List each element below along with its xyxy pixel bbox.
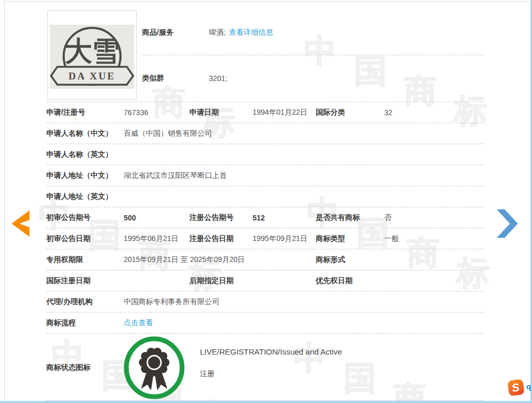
status-text-en: LIVE/REGISTRATION/Issued and Active — [200, 347, 342, 356]
page-border-left — [4, 1, 5, 400]
field-value: 1994年01月22日 — [253, 108, 316, 117]
field-label: 商标类型 — [316, 234, 384, 244]
table-row: 申请人名称（英文） — [46, 144, 484, 165]
prev-arrow-button[interactable] — [12, 210, 29, 237]
status-text-cn: 注册 — [200, 369, 215, 379]
trademark-latin-text: DA XUE — [68, 70, 115, 82]
field-value: 啤酒; — [209, 28, 226, 37]
goods-services-row: 商品/服务 啤酒; 查看详细信息 — [142, 11, 484, 55]
field-value: 一般 — [384, 234, 484, 244]
field-label: 优先权日期 — [316, 276, 384, 286]
right-arrow-icon — [497, 209, 518, 238]
trademark-process-link[interactable]: 点击查看 — [124, 318, 153, 328]
field-value: 否 — [384, 213, 484, 223]
trademark-status-row: 商标状态图标 — [46, 334, 484, 401]
field-label: 注册公告日期 — [189, 234, 253, 244]
field-value: 百威（中国）销售有限公司 — [124, 129, 484, 138]
field-label: 后期指定日期 — [189, 276, 253, 286]
field-label: 申请日期 — [189, 108, 253, 117]
sogou-letter: S — [512, 381, 520, 394]
view-details-link[interactable]: 查看详细信息 — [229, 28, 273, 37]
field-value: 32 — [384, 108, 484, 117]
table-row: 申请人地址（中文） 湖北省武汉市汉阳区琴断口上首 — [46, 165, 484, 186]
left-arrow-icon — [12, 210, 29, 237]
trademark-stamp-graphic: 大雪 DA XUE — [50, 25, 134, 89]
field-label: 初审公告期号 — [46, 213, 124, 223]
table-row: 初审公告期号 500 注册公告期号 512 是否共有商标 否 — [46, 207, 484, 228]
table-row: 初审公告日期 1995年06月21日 注册公告日期 1995年09月21日 商标… — [46, 228, 484, 249]
table-row: 申请/注册号 767336 申请日期 1994年01月22日 国际分类 32 — [46, 102, 484, 123]
trademark-detail-page: 中 国 商 标 中 国 商 标 中 国 商 标 中 国 商 标 中 国 商 标 … — [0, 0, 532, 403]
field-value: 中国商标专利事务所有限公司 — [124, 297, 484, 307]
field-value: 1995年06月21日 — [124, 234, 189, 244]
field-label: 申请人名称（中文） — [46, 129, 124, 138]
field-label: 申请人地址（英文） — [46, 192, 124, 202]
field-value: 512 — [253, 214, 316, 222]
page-border-bottom — [0, 401, 532, 403]
field-label: 商品/服务 — [142, 28, 209, 37]
trademark-image: 大雪 DA XUE — [47, 11, 137, 100]
field-label: 注册公告期号 — [189, 213, 253, 223]
similar-group-row: 类似群 3201; — [142, 55, 484, 102]
field-value: 767336 — [124, 108, 189, 117]
table-row: 国际注册日期 后期指定日期 优先权日期 — [46, 270, 484, 291]
field-label: 商标流程 — [46, 318, 124, 328]
field-label: 申请人地址（中文） — [46, 171, 124, 180]
field-value: 湖北省武汉市汉阳区琴断口上首 — [124, 171, 484, 180]
field-label: 国际分类 — [316, 108, 384, 117]
field-value: 1995年09月21日 — [253, 234, 316, 244]
trademark-cjk-text: 大雪 — [65, 36, 119, 66]
table-row: 申请人名称（中文） 百威（中国）销售有限公司 — [46, 123, 484, 144]
sogou-text-fragment: q — [526, 382, 531, 391]
next-arrow-button[interactable] — [497, 209, 518, 238]
page-border-top — [4, 1, 529, 2]
field-label: 申请人名称（英文） — [46, 150, 124, 159]
field-value: 3201; — [209, 74, 227, 83]
field-value: 500 — [124, 214, 189, 222]
field-label: 申请/注册号 — [46, 108, 124, 117]
field-label: 国际注册日期 — [46, 276, 124, 286]
field-label: 商标状态图标 — [46, 363, 91, 372]
field-label: 专用权期限 — [46, 255, 124, 265]
field-label: 是否共有商标 — [316, 213, 384, 223]
table-row: 代理/办理机构 中国商标专利事务所有限公司 — [46, 291, 484, 313]
table-row: 商标流程 点击查看 — [46, 313, 484, 334]
registration-status-icon — [124, 336, 185, 401]
table-row: 申请人地址（英文） — [46, 186, 484, 207]
field-label: 代理/办理机构 — [46, 297, 124, 307]
field-label: 初审公告日期 — [46, 234, 124, 244]
detail-table: 申请/注册号 767336 申请日期 1994年01月22日 国际分类 32 申… — [46, 102, 484, 401]
field-label: 类似群 — [142, 74, 209, 83]
header-fields: 商品/服务 啤酒; 查看详细信息 类似群 3201; — [142, 11, 484, 102]
field-label: 商标形式 — [316, 255, 384, 265]
field-value: 2015年09月21日 至 2025年09月20日 — [124, 255, 316, 265]
table-row: 专用权期限 2015年09月21日 至 2025年09月20日 商标形式 — [46, 249, 484, 270]
sogou-logo[interactable]: S — [507, 379, 525, 396]
